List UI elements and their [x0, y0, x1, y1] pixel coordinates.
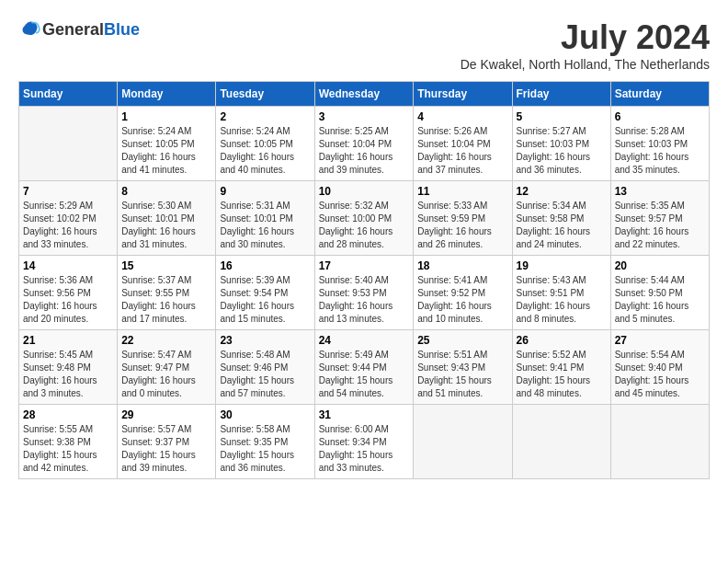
logo: GeneralBlue — [18, 18, 140, 40]
day-info: Sunrise: 5:58 AM Sunset: 9:35 PM Dayligh… — [220, 423, 310, 475]
day-number: 14 — [23, 259, 113, 272]
calendar-cell: 29Sunrise: 5:57 AM Sunset: 9:37 PM Dayli… — [118, 405, 216, 479]
calendar-cell: 14Sunrise: 5:36 AM Sunset: 9:56 PM Dayli… — [19, 256, 118, 330]
day-info: Sunrise: 5:43 AM Sunset: 9:51 PM Dayligh… — [517, 274, 607, 326]
calendar-cell: 2Sunrise: 5:24 AM Sunset: 10:05 PM Dayli… — [216, 107, 314, 181]
day-number: 20 — [615, 259, 705, 272]
calendar-cell: 22Sunrise: 5:47 AM Sunset: 9:47 PM Dayli… — [118, 330, 216, 405]
logo-text: GeneralBlue — [42, 20, 140, 40]
day-header-thursday: Thursday — [414, 82, 512, 107]
month-year-title: July 2024 — [461, 18, 710, 57]
calendar-cell: 20Sunrise: 5:44 AM Sunset: 9:50 PM Dayli… — [610, 256, 709, 330]
day-info: Sunrise: 5:57 AM Sunset: 9:37 PM Dayligh… — [121, 423, 211, 475]
day-number: 28 — [23, 408, 113, 421]
calendar-cell: 15Sunrise: 5:37 AM Sunset: 9:55 PM Dayli… — [118, 256, 216, 330]
day-number: 12 — [517, 185, 607, 198]
day-info: Sunrise: 5:31 AM Sunset: 10:01 PM Daylig… — [220, 200, 310, 251]
day-info: Sunrise: 5:41 AM Sunset: 9:52 PM Dayligh… — [417, 274, 507, 326]
calendar-cell — [414, 405, 512, 479]
day-number: 22 — [121, 334, 211, 347]
day-number: 31 — [319, 408, 410, 421]
day-number: 21 — [23, 334, 113, 347]
calendar-cell: 30Sunrise: 5:58 AM Sunset: 9:35 PM Dayli… — [216, 405, 314, 479]
day-info: Sunrise: 5:25 AM Sunset: 10:04 PM Daylig… — [319, 125, 410, 177]
calendar-cell: 1Sunrise: 5:24 AM Sunset: 10:05 PM Dayli… — [118, 107, 216, 181]
day-info: Sunrise: 5:49 AM Sunset: 9:44 PM Dayligh… — [319, 349, 410, 400]
calendar-cell — [512, 405, 610, 479]
calendar-cell: 27Sunrise: 5:54 AM Sunset: 9:40 PM Dayli… — [610, 330, 709, 405]
day-info: Sunrise: 5:44 AM Sunset: 9:50 PM Dayligh… — [615, 274, 705, 326]
day-header-monday: Monday — [118, 82, 216, 107]
calendar-cell — [19, 107, 118, 181]
day-number: 4 — [417, 110, 507, 123]
logo-icon — [18, 18, 40, 40]
calendar-week-row: 7Sunrise: 5:29 AM Sunset: 10:02 PM Dayli… — [19, 181, 710, 256]
day-info: Sunrise: 5:35 AM Sunset: 9:57 PM Dayligh… — [615, 200, 705, 251]
calendar-cell: 18Sunrise: 5:41 AM Sunset: 9:52 PM Dayli… — [414, 256, 512, 330]
day-info: Sunrise: 5:34 AM Sunset: 9:58 PM Dayligh… — [517, 200, 607, 251]
day-header-saturday: Saturday — [610, 82, 709, 107]
day-header-sunday: Sunday — [19, 82, 118, 107]
calendar-cell: 3Sunrise: 5:25 AM Sunset: 10:04 PM Dayli… — [314, 107, 414, 181]
day-info: Sunrise: 5:27 AM Sunset: 10:03 PM Daylig… — [517, 125, 607, 177]
day-number: 17 — [319, 259, 410, 272]
day-number: 1 — [121, 110, 211, 123]
day-info: Sunrise: 5:32 AM Sunset: 10:00 PM Daylig… — [319, 200, 410, 251]
calendar-cell: 16Sunrise: 5:39 AM Sunset: 9:54 PM Dayli… — [216, 256, 314, 330]
day-info: Sunrise: 5:26 AM Sunset: 10:04 PM Daylig… — [417, 125, 507, 177]
day-info: Sunrise: 5:39 AM Sunset: 9:54 PM Dayligh… — [220, 274, 310, 326]
calendar-cell: 26Sunrise: 5:52 AM Sunset: 9:41 PM Dayli… — [512, 330, 610, 405]
day-number: 29 — [121, 408, 211, 421]
logo-general: General — [42, 20, 104, 39]
day-number: 8 — [121, 185, 211, 198]
day-number: 16 — [220, 259, 310, 272]
calendar-cell: 9Sunrise: 5:31 AM Sunset: 10:01 PM Dayli… — [216, 181, 314, 256]
calendar-cell: 24Sunrise: 5:49 AM Sunset: 9:44 PM Dayli… — [314, 330, 414, 405]
calendar-cell: 4Sunrise: 5:26 AM Sunset: 10:04 PM Dayli… — [414, 107, 512, 181]
calendar-cell: 19Sunrise: 5:43 AM Sunset: 9:51 PM Dayli… — [512, 256, 610, 330]
calendar-cell: 31Sunrise: 6:00 AM Sunset: 9:34 PM Dayli… — [314, 405, 414, 479]
day-info: Sunrise: 5:36 AM Sunset: 9:56 PM Dayligh… — [23, 274, 113, 326]
day-number: 19 — [517, 259, 607, 272]
calendar-week-row: 14Sunrise: 5:36 AM Sunset: 9:56 PM Dayli… — [19, 256, 710, 330]
day-number: 30 — [220, 408, 310, 421]
page-header: GeneralBlue July 2024 De Kwakel, North H… — [18, 18, 710, 72]
day-info: Sunrise: 5:47 AM Sunset: 9:47 PM Dayligh… — [121, 349, 211, 400]
day-number: 18 — [417, 259, 507, 272]
day-number: 2 — [220, 110, 310, 123]
day-info: Sunrise: 5:52 AM Sunset: 9:41 PM Dayligh… — [517, 349, 607, 400]
day-info: Sunrise: 5:30 AM Sunset: 10:01 PM Daylig… — [121, 200, 211, 251]
day-info: Sunrise: 5:33 AM Sunset: 9:59 PM Dayligh… — [417, 200, 507, 251]
calendar-cell — [610, 405, 709, 479]
day-info: Sunrise: 5:24 AM Sunset: 10:05 PM Daylig… — [121, 125, 211, 177]
calendar-cell: 6Sunrise: 5:28 AM Sunset: 10:03 PM Dayli… — [610, 107, 709, 181]
calendar-cell: 7Sunrise: 5:29 AM Sunset: 10:02 PM Dayli… — [19, 181, 118, 256]
calendar-week-row: 21Sunrise: 5:45 AM Sunset: 9:48 PM Dayli… — [19, 330, 710, 405]
day-number: 15 — [121, 259, 211, 272]
calendar-cell: 17Sunrise: 5:40 AM Sunset: 9:53 PM Dayli… — [314, 256, 414, 330]
day-header-tuesday: Tuesday — [216, 82, 314, 107]
logo-blue: Blue — [104, 20, 140, 39]
calendar-cell: 11Sunrise: 5:33 AM Sunset: 9:59 PM Dayli… — [414, 181, 512, 256]
calendar-header-row: SundayMondayTuesdayWednesdayThursdayFrid… — [19, 82, 710, 107]
day-number: 5 — [517, 110, 607, 123]
day-number: 10 — [319, 185, 410, 198]
day-number: 24 — [319, 334, 410, 347]
day-info: Sunrise: 5:45 AM Sunset: 9:48 PM Dayligh… — [23, 349, 113, 400]
calendar-week-row: 28Sunrise: 5:55 AM Sunset: 9:38 PM Dayli… — [19, 405, 710, 479]
calendar-cell: 25Sunrise: 5:51 AM Sunset: 9:43 PM Dayli… — [414, 330, 512, 405]
calendar-table: SundayMondayTuesdayWednesdayThursdayFrid… — [18, 81, 710, 479]
day-number: 26 — [517, 334, 607, 347]
day-info: Sunrise: 5:54 AM Sunset: 9:40 PM Dayligh… — [615, 349, 705, 400]
day-number: 3 — [319, 110, 410, 123]
day-number: 13 — [615, 185, 705, 198]
day-info: Sunrise: 5:29 AM Sunset: 10:02 PM Daylig… — [23, 200, 113, 251]
day-number: 11 — [417, 185, 507, 198]
day-number: 7 — [23, 185, 113, 198]
calendar-cell: 28Sunrise: 5:55 AM Sunset: 9:38 PM Dayli… — [19, 405, 118, 479]
day-header-wednesday: Wednesday — [314, 82, 414, 107]
calendar-cell: 23Sunrise: 5:48 AM Sunset: 9:46 PM Dayli… — [216, 330, 314, 405]
location-title: De Kwakel, North Holland, The Netherland… — [461, 57, 710, 72]
calendar-week-row: 1Sunrise: 5:24 AM Sunset: 10:05 PM Dayli… — [19, 107, 710, 181]
title-section: July 2024 De Kwakel, North Holland, The … — [461, 18, 710, 72]
